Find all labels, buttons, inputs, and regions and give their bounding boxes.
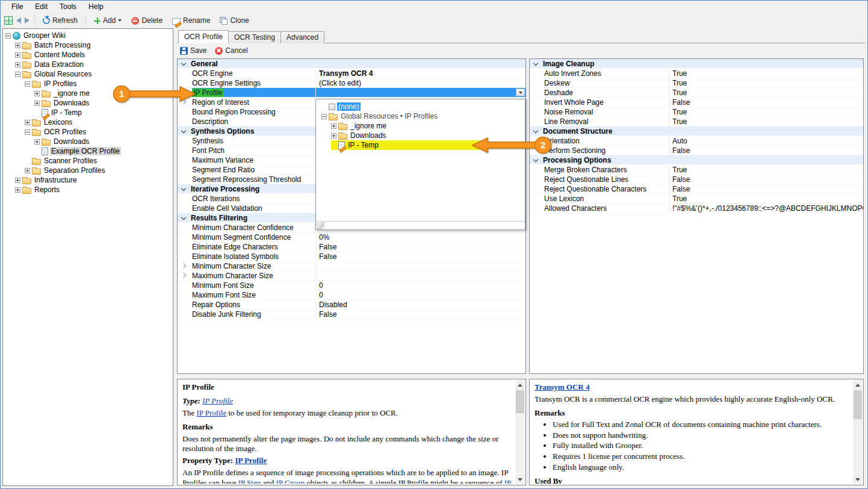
property-row-disable-junk-filtering[interactable]: Disable Junk FilteringFalse xyxy=(178,310,525,319)
add-button[interactable]: Add xyxy=(91,15,125,26)
tab-advanced[interactable]: Advanced xyxy=(281,31,324,43)
expand-icon[interactable] xyxy=(15,178,20,183)
property-row-minimum-font-size[interactable]: Minimum Font Size0 xyxy=(178,281,525,290)
doc-link[interactable]: IP Profile xyxy=(196,408,226,417)
menu-tools[interactable]: Tools xyxy=(54,1,82,13)
refresh-button[interactable]: Refresh xyxy=(40,15,81,26)
expand-icon[interactable] xyxy=(331,133,336,139)
scroll-up-icon[interactable] xyxy=(515,380,525,390)
scroll-down-icon[interactable] xyxy=(853,475,863,484)
tab-ocr-testing[interactable]: OCR Testing xyxy=(228,31,281,43)
menu-edit[interactable]: Edit xyxy=(29,1,54,13)
tree-view-icon[interactable] xyxy=(4,16,13,25)
property-row-merge-broken-characters[interactable]: Merge Broken CharactersTrue xyxy=(530,165,863,175)
tree-item-grooper-wiki[interactable]: Grooper Wiki xyxy=(3,31,173,40)
scrollbar-thumb[interactable] xyxy=(516,390,524,413)
expand-icon[interactable] xyxy=(25,120,30,125)
expand-icon[interactable] xyxy=(34,101,40,106)
chevron-right-icon[interactable] xyxy=(181,263,186,267)
tree-item-content-models[interactable]: Content Models xyxy=(3,50,173,60)
section-processing-options[interactable]: Processing Options xyxy=(530,155,863,165)
property-row-perform-sectioning[interactable]: Perform SectioningFalse xyxy=(530,146,863,155)
property-row-orientation[interactable]: OrientationAuto xyxy=(530,136,863,146)
dropdown-item-global-resources-ip-profiles[interactable]: Global Resources • IP Profiles xyxy=(317,111,524,121)
property-row-repair-options[interactable]: Repair OptionsDisabled xyxy=(178,300,525,310)
expand-icon[interactable] xyxy=(15,52,20,58)
property-row-noise-removal[interactable]: Noise RemovalTrue xyxy=(530,107,863,117)
property-row-ocr-engine[interactable]: OCR EngineTransym OCR 4 xyxy=(178,69,525,78)
tree-item-reports[interactable]: Reports xyxy=(3,185,173,195)
property-row-maximum-font-size[interactable]: Maximum Font Size0 xyxy=(178,290,525,300)
scrollbar[interactable] xyxy=(853,380,863,484)
expand-icon[interactable] xyxy=(15,62,20,67)
expand-icon[interactable] xyxy=(15,187,20,193)
expand-icon[interactable] xyxy=(25,168,30,173)
property-row-use-lexicon[interactable]: Use LexiconTrue xyxy=(530,194,863,204)
scroll-down-icon[interactable] xyxy=(515,475,525,484)
property-row-allowed-characters[interactable]: Allowed Characters!"#$%&'()*+,-./0123456… xyxy=(530,204,863,213)
property-row-line-removal[interactable]: Line RemovalTrue xyxy=(530,117,863,126)
tree-item-ip-temp[interactable]: IP - Temp xyxy=(3,108,173,117)
folder-icon xyxy=(32,169,41,175)
doc-link[interactable]: IP Profile xyxy=(202,396,233,405)
scroll-up-icon[interactable] xyxy=(853,380,863,390)
property-row-deskew[interactable]: DeskewTrue xyxy=(530,78,863,88)
dropdown-item-none[interactable]: (none) xyxy=(317,102,524,111)
section-document-structure[interactable]: Document Structure xyxy=(530,126,863,136)
expand-icon[interactable] xyxy=(34,91,40,96)
collapse-icon[interactable] xyxy=(25,81,30,87)
save-button[interactable]: Save xyxy=(180,46,206,55)
collapse-icon[interactable] xyxy=(25,129,30,135)
doc-link[interactable]: IP Step xyxy=(238,478,261,484)
cancel-button[interactable]: Cancel xyxy=(215,46,247,55)
tree-item-infrastructure[interactable]: Infrastructure xyxy=(3,175,173,185)
property-row-reject-questionable-lines[interactable]: Reject Questionable LinesFalse xyxy=(530,175,863,184)
collapse-icon[interactable] xyxy=(321,114,327,119)
delete-button[interactable]: Delete xyxy=(128,15,166,26)
dropdown-button[interactable] xyxy=(516,89,525,96)
scrollbar-thumb[interactable] xyxy=(854,390,862,419)
property-row-minimum-segment-confidence[interactable]: Minimum Segment Confidence0% xyxy=(178,232,525,242)
expand-icon[interactable] xyxy=(331,123,336,129)
tree-item-downloads[interactable]: Downloads xyxy=(3,137,173,146)
doc-link[interactable]: IP Profile xyxy=(235,456,267,465)
clone-button[interactable]: Clone xyxy=(217,15,252,26)
collapse-icon[interactable] xyxy=(15,72,20,77)
tree-item-global-resources[interactable]: Global Resources xyxy=(3,69,173,79)
folder-icon xyxy=(329,114,338,120)
menu-help[interactable]: Help xyxy=(82,1,110,13)
tree-item-lexicons[interactable]: Lexicons xyxy=(3,117,173,127)
property-row-eliminate-isolated-symbols[interactable]: Eliminate Isolated SymbolsFalse xyxy=(178,252,525,261)
property-row-maximum-character-size[interactable]: Maximum Character Size xyxy=(178,271,525,281)
engine-title-link[interactable]: Transym OCR 4 xyxy=(535,382,589,391)
menu-file[interactable]: File xyxy=(5,1,29,13)
tree-item-scanner-profiles[interactable]: Scanner Profiles xyxy=(3,156,173,166)
tab-ocr-profile[interactable]: OCR Profile xyxy=(178,30,229,43)
nav-back-icon[interactable] xyxy=(16,17,21,23)
property-row-eliminate-edge-characters[interactable]: Eliminate Edge CharactersFalse xyxy=(178,242,525,252)
property-row-deshade[interactable]: DeshadeTrue xyxy=(530,88,863,98)
expand-icon[interactable] xyxy=(34,139,40,145)
property-row-ocr-engine-settings[interactable]: OCR Engine Settings(Click to edit) xyxy=(178,78,525,88)
tree-item-data-extraction[interactable]: Data Extraction xyxy=(3,60,173,69)
tree-item-batch-processing[interactable]: Batch Processing xyxy=(3,40,173,50)
property-row-invert-whole-page[interactable]: Invert Whole PageFalse xyxy=(530,98,863,107)
property-row-minimum-character-size[interactable]: Minimum Character Size xyxy=(178,261,525,271)
property-row-reject-questionable-characters[interactable]: Reject Questionable CharactersFalse xyxy=(530,184,863,194)
expand-icon[interactable] xyxy=(15,43,20,48)
resize-grip-icon[interactable] xyxy=(316,222,324,229)
chevron-right-icon[interactable] xyxy=(181,272,186,277)
doc-link[interactable]: IP Group xyxy=(276,478,305,484)
rename-button[interactable]: Rename xyxy=(169,15,213,26)
property-row-auto-invert-zones[interactable]: Auto Invert ZonesTrue xyxy=(530,69,863,78)
property-row-ip-profile[interactable]: IP Profile xyxy=(178,88,525,98)
tree-item-separation-profiles[interactable]: Separation Profiles xyxy=(3,166,173,175)
dropdown-item-ignore-me[interactable]: _ignore me xyxy=(317,121,524,131)
nav-forward-icon[interactable] xyxy=(25,17,29,23)
tree-item-example-ocr-profile[interactable]: Example OCR Profile xyxy=(3,146,173,156)
section-image-cleanup[interactable]: Image Cleanup xyxy=(530,59,863,69)
scrollbar[interactable] xyxy=(515,380,525,484)
collapse-icon[interactable] xyxy=(5,33,11,39)
tree-item-ocr-profiles[interactable]: OCR Profiles xyxy=(3,127,173,137)
section-general[interactable]: General xyxy=(178,59,525,69)
